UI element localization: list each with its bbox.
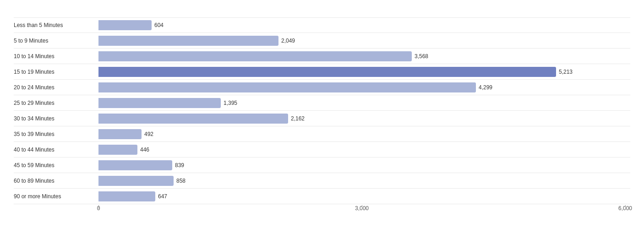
bar-container: 2,162 [98,111,630,126]
bar-fill [98,36,278,46]
bar-row: 90 or more Minutes647 [14,189,630,204]
bar-label: Less than 5 Minutes [14,22,98,28]
chart-area: Less than 5 Minutes6045 to 9 Minutes2,04… [14,17,630,204]
bar-fill [98,51,412,61]
bar-fill [98,114,288,124]
bar-container: 4,299 [98,80,630,95]
bar-value-label: 446 [140,147,149,153]
bar-container: 858 [98,173,630,188]
bar-label: 20 to 24 Minutes [14,84,98,91]
bar-row: 15 to 19 Minutes5,213 [14,64,630,80]
bar-fill [98,129,142,139]
bar-value-label: 2,162 [291,115,305,122]
bar-row: 40 to 44 Minutes446 [14,142,630,158]
bar-value-label: 604 [154,22,164,28]
bar-label: 5 to 9 Minutes [14,38,98,44]
bar-row: 60 to 89 Minutes858 [14,173,630,189]
bar-container: 604 [98,18,630,33]
bar-row: 30 to 34 Minutes2,162 [14,111,630,126]
bar-container: 3,568 [98,49,630,64]
bar-container: 492 [98,126,630,141]
bar-label: 10 to 14 Minutes [14,53,98,60]
bar-fill [98,145,137,155]
bar-row: 10 to 14 Minutes3,568 [14,49,630,64]
bar-row: 25 to 29 Minutes1,395 [14,95,630,111]
bar-row: 5 to 9 Minutes2,049 [14,33,630,49]
bar-fill [98,160,172,170]
bar-fill [98,67,556,77]
bar-value-label: 2,049 [281,38,295,44]
x-axis-tick-line [98,205,99,209]
bar-label: 25 to 29 Minutes [14,100,98,106]
bar-row: 35 to 39 Minutes492 [14,126,630,142]
bar-value-label: 858 [176,178,186,184]
bar-label: 90 or more Minutes [14,193,98,200]
bar-label: 15 to 19 Minutes [14,69,98,75]
bar-container: 1,395 [98,95,630,110]
bar-label: 35 to 39 Minutes [14,131,98,137]
bar-value-label: 1,395 [224,100,237,106]
bar-label: 60 to 89 Minutes [14,178,98,184]
bar-container: 2,049 [98,33,630,48]
bar-value-label: 4,299 [479,84,492,91]
page-container: Less than 5 Minutes6045 to 9 Minutes2,04… [14,9,630,216]
bar-row: 45 to 59 Minutes839 [14,158,630,173]
bar-value-label: 647 [158,193,167,200]
bar-value-label: 5,213 [559,69,573,75]
bar-container: 647 [98,189,630,204]
bar-fill [98,176,174,186]
bar-label: 45 to 59 Minutes [14,162,98,168]
x-axis-tick-line [625,205,626,209]
bar-row: 20 to 24 Minutes4,299 [14,80,630,95]
bar-container: 5,213 [98,64,630,79]
bar-container: 446 [98,142,630,157]
bar-fill [98,98,221,108]
bar-fill [98,82,476,92]
bar-container: 839 [98,158,630,173]
bar-value-label: 839 [175,162,184,168]
bar-fill [98,191,155,201]
bar-row: Less than 5 Minutes604 [14,17,630,33]
bar-label: 30 to 34 Minutes [14,115,98,122]
bar-value-label: 3,568 [415,53,428,60]
bar-fill [98,20,152,30]
bar-value-label: 492 [144,131,153,137]
bar-label: 40 to 44 Minutes [14,147,98,153]
x-axis-tick-line [362,205,362,209]
x-axis: 03,0006,000 [98,205,630,216]
